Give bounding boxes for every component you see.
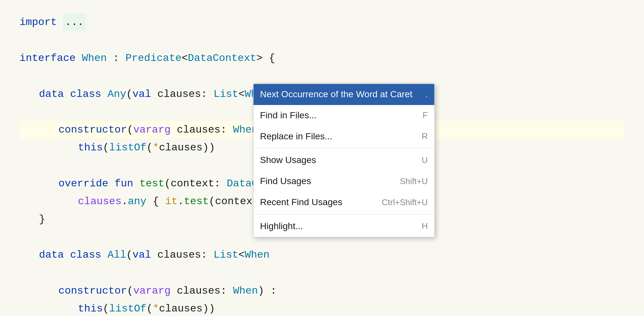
menu-item-replace-in-files-shortcut: R — [422, 130, 428, 143]
menu-item-find-in-files-label: Find in Files... — [260, 108, 316, 123]
keyword-constructor1: constructor — [58, 122, 127, 138]
keyword-fun1: fun — [115, 175, 133, 192]
menu-item-highlight-shortcut: H — [422, 219, 428, 233]
class-any: Any — [107, 86, 126, 102]
menu-item-recent-find-usages-label: Recent Find Usages — [260, 195, 342, 210]
code-editor: import ... interface When : Predicate < … — [0, 0, 644, 316]
func-listof1: listOf — [109, 139, 146, 156]
menu-item-find-usages-shortcut: Shift+U — [400, 175, 428, 188]
menu-item-highlight-label: Highlight... — [260, 219, 303, 234]
menu-item-find-usages-label: Find Usages — [260, 174, 311, 189]
code-line-import: import ... — [19, 13, 625, 31]
menu-item-recent-find-usages-shortcut: Ctrl+Shift+U — [382, 196, 428, 209]
code-line-constructor2: constructor ( vararg clauses: When ) : — [19, 282, 625, 300]
class-predicate: Predicate — [125, 50, 181, 66]
func-any: any — [128, 193, 147, 210]
param-when2: When — [233, 283, 258, 299]
keyword-val2: val — [132, 247, 151, 263]
menu-item-find-in-files[interactable]: Find in Files... F — [254, 105, 434, 126]
menu-item-next-occurrence[interactable]: Next Occurrence of the Word at Caret . — [254, 84, 434, 105]
keyword-vararg1: vararg — [133, 122, 170, 138]
menu-item-find-usages[interactable]: Find Usages Shift+U — [254, 171, 434, 192]
keyword-this2: this — [78, 300, 103, 316]
menu-divider-2 — [254, 214, 434, 215]
keyword-val1: val — [132, 86, 151, 102]
keyword-override1: override — [58, 175, 108, 192]
keyword-import: import — [19, 14, 57, 30]
menu-item-replace-in-files-label: Replace in Files... — [260, 129, 332, 144]
keyword-class1: class — [70, 86, 101, 102]
menu-item-show-usages-shortcut: U — [422, 154, 428, 167]
func-listof2: listOf — [109, 300, 146, 316]
context-menu: Next Occurrence of the Word at Caret . F… — [253, 84, 435, 237]
menu-item-highlight[interactable]: Highlight... H — [254, 216, 434, 237]
menu-item-recent-find-usages[interactable]: Recent Find Usages Ctrl+Shift+U — [254, 192, 434, 213]
keyword-vararg2: vararg — [133, 283, 170, 299]
code-line-this2: this ( listOf ( * clauses)) — [19, 300, 625, 316]
menu-item-find-in-files-shortcut: F — [423, 109, 428, 122]
class-when: When — [82, 50, 107, 66]
code-line-blank6 — [19, 264, 625, 282]
import-ellipsis: ... — [63, 14, 86, 31]
func-test1: test — [140, 175, 165, 192]
menu-divider-1 — [254, 148, 434, 148]
code-line-blank2 — [19, 67, 625, 85]
keyword-class2: class — [70, 247, 101, 263]
menu-item-next-occurrence-label: Next Occurrence of the Word at Caret — [260, 87, 412, 102]
menu-item-show-usages-label: Show Usages — [260, 153, 316, 168]
menu-item-show-usages[interactable]: Show Usages U — [254, 150, 434, 171]
var-clauses1: clauses — [78, 193, 121, 210]
menu-item-next-occurrence-shortcut: . — [425, 88, 427, 101]
keyword-data1: data — [39, 86, 64, 102]
type-when3: When — [245, 247, 270, 263]
star-spread2: * — [153, 300, 159, 316]
class-datacontext: DataContext — [188, 50, 256, 66]
keyword-it1: it — [165, 193, 178, 210]
keyword-this1: this — [78, 139, 103, 156]
code-line-data-all: data class All ( val clauses: List < Whe… — [19, 246, 625, 264]
type-list2: List — [214, 247, 239, 263]
keyword-interface: interface — [19, 50, 76, 66]
code-line-interface: interface When : Predicate < DataContext… — [19, 49, 625, 67]
class-all: All — [107, 247, 126, 263]
keyword-constructor2: constructor — [58, 283, 127, 299]
type-list1: List — [214, 86, 239, 102]
keyword-data2: data — [39, 247, 64, 263]
menu-item-replace-in-files[interactable]: Replace in Files... R — [254, 126, 434, 147]
star-spread1: * — [153, 139, 159, 156]
code-line-blank1 — [19, 31, 625, 49]
func-test-it1: test — [184, 193, 209, 210]
